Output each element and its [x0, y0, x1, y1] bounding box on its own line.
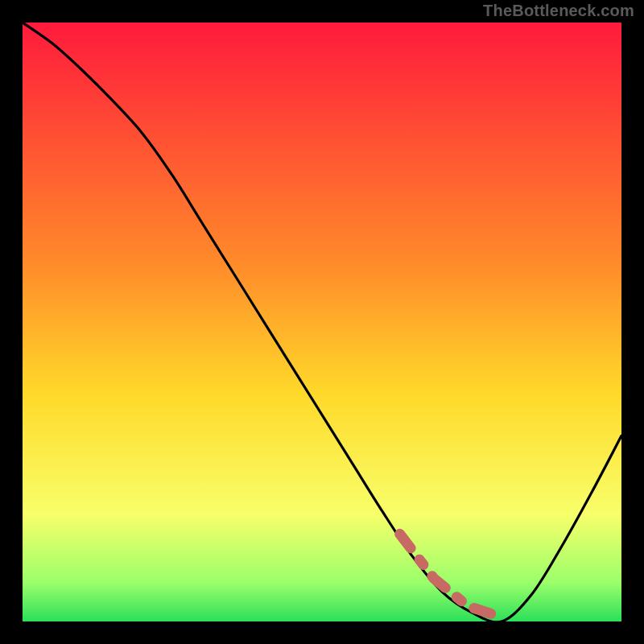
chart-frame: TheBottleneck.com: [0, 0, 644, 644]
plot-area: [23, 23, 621, 621]
watermark-text: TheBottleneck.com: [483, 2, 634, 20]
plot-svg: [23, 23, 621, 621]
gradient-background: [23, 23, 621, 621]
